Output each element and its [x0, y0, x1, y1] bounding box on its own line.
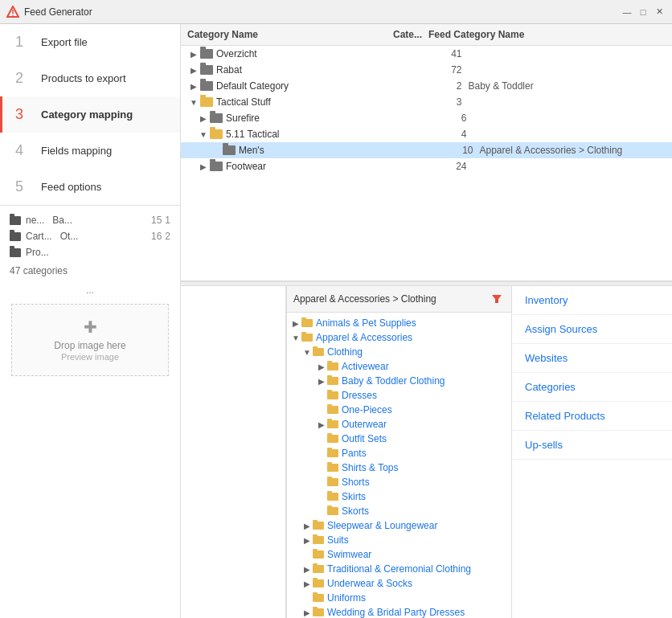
- sidebar-bottom-area: ne... Ba... 15 1 Cart... Ot... 16 2 Pro.…: [0, 205, 180, 618]
- sidebar-item-fields-mapping[interactable]: 4 Fields mapping: [0, 133, 180, 169]
- menu-item-assign-sources[interactable]: Assign Sources: [512, 315, 672, 344]
- feed-expand-outerwear[interactable]: ▶: [316, 420, 327, 429]
- step-number-2: 2: [15, 70, 31, 87]
- feed-folder-underwear: [313, 579, 324, 587]
- feed-row-uniforms[interactable]: ▶ Uniforms: [287, 591, 511, 605]
- feed-label-outfit-sets: Outfit Sets: [342, 433, 387, 444]
- tree-row-mens[interactable]: ▶ Men's 10 Apparel & Accessories > Cloth…: [181, 142, 672, 158]
- ellipsis-button[interactable]: ...: [6, 281, 174, 299]
- expand-rabat[interactable]: ▶: [187, 66, 200, 75]
- folder-icon-ne: [10, 216, 21, 225]
- sidebar-label-category-mapping: Category mapping: [41, 108, 133, 121]
- feed-expand-activewear[interactable]: ▶: [316, 362, 327, 371]
- feed-panel-header: Apparel & Accessories > Clothing: [287, 286, 511, 313]
- expand-footwear[interactable]: ▶: [197, 162, 210, 171]
- main-layout: 1 Export file 2 Products to export 3 Cat…: [0, 24, 672, 618]
- sidebar-label-export-file: Export file: [41, 36, 88, 48]
- tree-row-default-category[interactable]: ▶ Default Category 2 Baby & Toddler: [181, 78, 672, 94]
- feed-row-skorts[interactable]: ▶ Skorts: [287, 504, 511, 518]
- expand-511-tactical[interactable]: ▼: [197, 130, 210, 139]
- feed-expand-traditional[interactable]: ▶: [301, 565, 313, 574]
- feed-row-animals[interactable]: ▶ Animals & Pet Supplies: [287, 316, 511, 330]
- folder-icon-tactical-stuff: [200, 97, 213, 107]
- feed-row-wedding[interactable]: ▶ Wedding & Bridal Party Dresses: [287, 605, 511, 618]
- tree-label-overzicht: Overzicht: [216, 48, 420, 59]
- feed-expand-animals[interactable]: ▶: [290, 319, 301, 328]
- menu-item-inventory[interactable]: Inventory: [512, 286, 672, 315]
- tree-label-511-tactical: 5.11 Tactical: [226, 129, 425, 140]
- feed-row-shorts[interactable]: ▶ Shorts: [287, 475, 511, 489]
- feed-row-outerwear[interactable]: ▶ Outerwear: [287, 417, 511, 432]
- folder-icon-cart: [10, 232, 21, 241]
- feed-folder-pants: [327, 449, 338, 457]
- sidebar-count2-2: 2: [165, 231, 170, 242]
- sidebar-item-export-file[interactable]: 1 Export file: [0, 24, 180, 60]
- folder-icon-overzicht: [200, 49, 213, 59]
- feed-row-pants[interactable]: ▶ Pants: [287, 446, 511, 460]
- sidebar-item-products[interactable]: 2 Products to export: [0, 60, 180, 96]
- folder-icon-511-tactical: [210, 129, 223, 139]
- feed-row-one-pieces[interactable]: ▶ One-Pieces: [287, 403, 511, 417]
- tree-feed-default-cat: Baby & Toddler: [469, 80, 673, 92]
- feed-folder-skirts: [327, 493, 338, 501]
- tree-row-overzicht[interactable]: ▶ Overzicht 41: [181, 46, 672, 62]
- expand-default-cat[interactable]: ▶: [187, 82, 200, 91]
- tree-row-tactical-stuff[interactable]: ▼ Tactical Stuff 3: [181, 94, 672, 110]
- expand-tactical-stuff[interactable]: ▼: [187, 98, 200, 107]
- expand-surefire[interactable]: ▶: [197, 114, 210, 123]
- tree-row-511-tactical[interactable]: ▼ 5.11 Tactical 4: [181, 126, 672, 142]
- feed-label-outerwear: Outerwear: [342, 419, 387, 430]
- sidebar-item-feed-options[interactable]: 5 Feed options: [0, 169, 180, 205]
- filter-icon-button[interactable]: [489, 291, 505, 307]
- sidebar-item-category-mapping[interactable]: 3 Category mapping: [0, 96, 180, 133]
- feed-expand-sleepwear[interactable]: ▶: [301, 522, 313, 530]
- close-button[interactable]: ✕: [653, 6, 666, 18]
- minimize-button[interactable]: —: [621, 6, 633, 18]
- feed-row-shirts-tops[interactable]: ▶ Shirts & Tops: [287, 460, 511, 475]
- feed-row-dresses[interactable]: ▶ Dresses: [287, 388, 511, 403]
- sidebar-label-fields-mapping: Fields mapping: [41, 145, 112, 157]
- sidebar: 1 Export file 2 Products to export 3 Cat…: [0, 24, 181, 618]
- drop-image-label: Drop image here: [54, 340, 125, 351]
- feed-expand-baby-toddler[interactable]: ▶: [316, 377, 327, 386]
- feed-row-outfit-sets[interactable]: ▶ Outfit Sets: [287, 432, 511, 446]
- feed-expand-wedding[interactable]: ▶: [301, 608, 313, 617]
- folder-icon-mens: [223, 145, 236, 155]
- tree-row-rabat[interactable]: ▶ Rabat 72: [181, 62, 672, 78]
- tree-label-footwear: Footwear: [226, 161, 425, 172]
- feed-row-suits[interactable]: ▶ Suits: [287, 533, 511, 547]
- expand-overzicht[interactable]: ▶: [187, 50, 200, 59]
- feed-row-clothing[interactable]: ▼ Clothing: [287, 345, 511, 359]
- feed-folder-one-pieces: [327, 406, 338, 414]
- drop-image-area[interactable]: ✚ Drop image here Preview image: [11, 304, 169, 376]
- tree-row-footwear[interactable]: ▶ Footwear 24: [181, 158, 672, 174]
- feed-row-apparel[interactable]: ▼ Apparel & Accessories: [287, 330, 511, 345]
- maximize-button[interactable]: □: [637, 6, 649, 18]
- feed-row-skirts[interactable]: ▶ Skirts: [287, 489, 511, 504]
- step-number-3: 3: [15, 106, 31, 123]
- feed-row-activewear[interactable]: ▶ Activewear: [287, 359, 511, 374]
- feed-expand-apparel[interactable]: ▼: [290, 334, 301, 342]
- tree-row-surefire[interactable]: ▶ Surefire 6: [181, 110, 672, 126]
- feed-row-swimwear[interactable]: ▶ Swimwear: [287, 547, 511, 562]
- feed-row-sleepwear[interactable]: ▶ Sleepwear & Loungewear: [287, 518, 511, 533]
- feed-row-baby-toddler[interactable]: ▶ Baby & Toddler Clothing: [287, 374, 511, 388]
- feed-expand-underwear[interactable]: ▶: [301, 579, 313, 588]
- tree-feed-mens: Apparel & Accessories > Clothing: [480, 145, 673, 156]
- feed-expand-suits[interactable]: ▶: [301, 536, 313, 545]
- feed-label-pants: Pants: [342, 448, 367, 459]
- feed-expand-clothing[interactable]: ▼: [301, 348, 313, 357]
- tree-num-overzicht: 41: [420, 48, 469, 59]
- menu-item-related-products[interactable]: Related Products: [512, 402, 672, 431]
- feed-row-traditional[interactable]: ▶ Traditional & Ceremonial Clothing: [287, 562, 511, 576]
- step-number-1: 1: [15, 34, 31, 51]
- feed-row-underwear[interactable]: ▶ Underwear & Socks: [287, 576, 511, 591]
- sidebar-count-16: 16: [151, 231, 162, 242]
- menu-item-categories[interactable]: Categories: [512, 373, 672, 402]
- feed-label-shorts: Shorts: [342, 477, 370, 488]
- menu-item-websites[interactable]: Websites: [512, 344, 672, 373]
- folder-icon-default-cat: [200, 81, 213, 91]
- feed-folder-clothing: [313, 348, 324, 356]
- feed-folder-animals: [301, 319, 313, 327]
- menu-item-up-sells[interactable]: Up-sells: [512, 431, 672, 460]
